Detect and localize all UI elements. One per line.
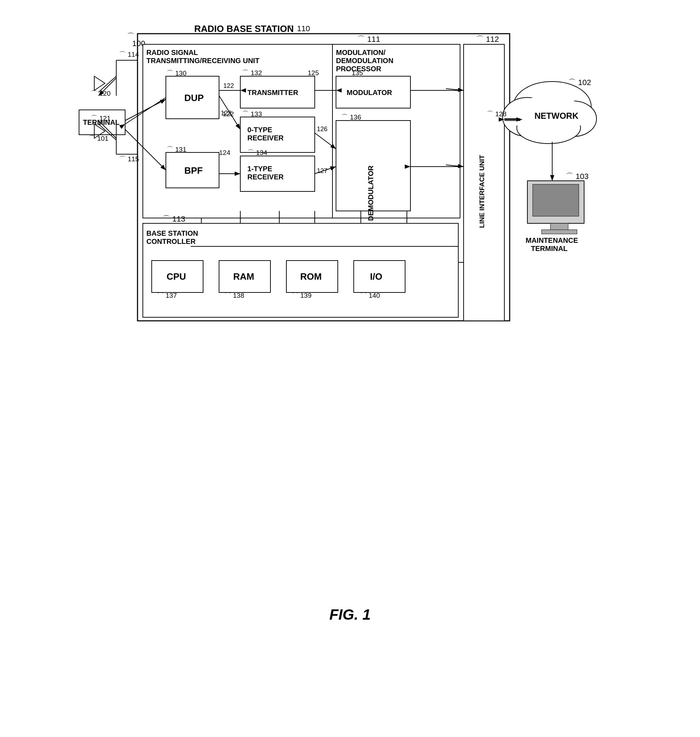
svg-text:⌒ 115: ⌒ 115 xyxy=(119,155,139,163)
svg-text:⌒ 120: ⌒ 120 xyxy=(91,90,110,97)
svg-text:⌒ 130: ⌒ 130 xyxy=(166,69,187,77)
svg-text:TERMINAL: TERMINAL xyxy=(531,244,568,252)
svg-text:⌒: ⌒ xyxy=(127,32,135,41)
svg-text:⌒ 121: ⌒ 121 xyxy=(91,115,110,122)
svg-text:123: 123 xyxy=(221,110,231,117)
patent-diagram: RADIO BASE STATION ⌒ 110 100 ⌒ RADIO SIG… xyxy=(67,14,634,599)
svg-text:TRANSMITTING/RECEIVING UNIT: TRANSMITTING/RECEIVING UNIT xyxy=(146,57,259,65)
svg-text:122: 122 xyxy=(223,82,234,89)
svg-text:⌒ 112: ⌒ 112 xyxy=(476,35,499,44)
svg-text:MODULATOR: MODULATOR xyxy=(347,88,393,96)
diagram: RADIO BASE STATION ⌒ 110 100 ⌒ RADIO SIG… xyxy=(67,14,634,599)
svg-text:CPU: CPU xyxy=(166,271,186,282)
svg-text:110: 110 xyxy=(297,24,310,33)
svg-text:125: 125 xyxy=(307,69,319,76)
svg-text:NETWORK: NETWORK xyxy=(534,111,579,121)
svg-text:⌒ 133: ⌒ 133 xyxy=(242,110,262,118)
svg-text:CONTROLLER: CONTROLLER xyxy=(146,237,196,245)
svg-text:LINE INTERFACE UNIT: LINE INTERFACE UNIT xyxy=(478,155,485,228)
svg-text:⌒ 111: ⌒ 111 xyxy=(357,35,380,44)
svg-text:⌒ 114: ⌒ 114 xyxy=(119,51,139,58)
svg-text:⌒ 139: ⌒ 139 xyxy=(292,292,312,299)
svg-text:BASE STATION: BASE STATION xyxy=(146,229,198,237)
svg-text:RADIO SIGNAL: RADIO SIGNAL xyxy=(146,49,198,56)
svg-text:⌒ 135: ⌒ 135 xyxy=(343,69,363,76)
svg-text:DUP: DUP xyxy=(184,93,204,103)
svg-text:TRANSMITTER: TRANSMITTER xyxy=(247,88,299,96)
svg-text:⌒ 132: ⌒ 132 xyxy=(242,69,262,76)
svg-rect-69 xyxy=(550,223,568,230)
svg-text:RECEIVER: RECEIVER xyxy=(247,173,284,181)
svg-text:MODULATION/: MODULATION/ xyxy=(336,49,385,56)
svg-text:1-TYPE: 1-TYPE xyxy=(247,165,272,173)
svg-text:DEMODULATION: DEMODULATION xyxy=(336,57,393,65)
svg-text:RECEIVER: RECEIVER xyxy=(247,134,284,142)
svg-text:⌒ 113: ⌒ 113 xyxy=(162,215,185,223)
svg-text:⌒ 140: ⌒ 140 xyxy=(360,292,380,299)
svg-text:⌒ 134: ⌒ 134 xyxy=(247,149,267,156)
svg-text:⌒ 136: ⌒ 136 xyxy=(341,113,361,121)
svg-text:DEMODULATOR: DEMODULATOR xyxy=(367,165,375,221)
svg-text:⌒ 131: ⌒ 131 xyxy=(166,146,187,153)
svg-text:ROM: ROM xyxy=(300,271,322,282)
svg-text:⌒ 128: ⌒ 128 xyxy=(487,110,506,118)
svg-text:124: 124 xyxy=(219,149,230,156)
svg-text:RAM: RAM xyxy=(233,271,254,282)
svg-rect-70 xyxy=(541,230,577,234)
svg-text:BPF: BPF xyxy=(184,165,203,176)
svg-text:⌒ 102: ⌒ 102 xyxy=(568,78,591,87)
svg-text:⌒ 103: ⌒ 103 xyxy=(566,172,589,181)
svg-rect-68 xyxy=(533,184,579,216)
svg-text:127: 127 xyxy=(317,167,328,174)
svg-text:0-TYPE: 0-TYPE xyxy=(247,126,272,134)
svg-text:I/O: I/O xyxy=(370,271,382,282)
svg-text:RADIO BASE STATION: RADIO BASE STATION xyxy=(194,24,294,34)
svg-text:⌒ 138: ⌒ 138 xyxy=(224,292,244,299)
svg-text:126: 126 xyxy=(317,125,328,132)
svg-text:MAINTENANCE: MAINTENANCE xyxy=(526,237,578,244)
figure-label: FIG. 1 xyxy=(329,606,371,623)
svg-text:⌒ 137: ⌒ 137 xyxy=(157,292,177,299)
svg-text:⌒: ⌒ xyxy=(286,25,294,34)
